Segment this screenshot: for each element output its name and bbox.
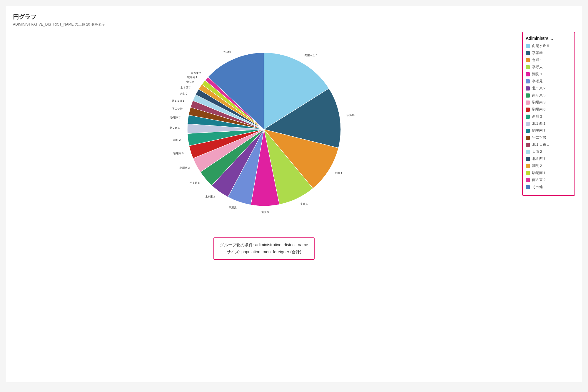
legend-item: 駒場南６ xyxy=(526,107,572,112)
legend-color-swatch xyxy=(526,136,530,140)
chart-subtitle: ADIMINISTRATIVE_DISTRICT_NAME の上位 20 個を表… xyxy=(13,22,575,27)
legend-label: 駒場南３ xyxy=(532,100,546,105)
pie-label: 潮見２ xyxy=(186,81,194,83)
legend-item: 字藻琴 xyxy=(526,51,572,56)
legend-item: 北２西１ xyxy=(526,121,572,126)
pie-label: 駒場南１ xyxy=(187,76,198,79)
pie-wrapper: 向陽ヶ丘５字藻琴台町１字呼人潮見９字潮見北５東２南８東５駒場南３駒場南６新町２北… xyxy=(13,32,515,260)
chart-area: 向陽ヶ丘５字藻琴台町１字呼人潮見９字潮見北５東２南８東５駒場南３駒場南６新町２北… xyxy=(13,32,575,375)
info-line2: サイズ: population_men_foreigner (合計) xyxy=(227,249,301,254)
legend-item: 大曲２ xyxy=(526,149,572,154)
legend-label: 大曲２ xyxy=(532,149,543,154)
pie-label: 駒場南７ xyxy=(170,116,181,119)
legend-item: 南８東２ xyxy=(526,177,572,182)
legend-label: 駒場南７ xyxy=(532,128,546,133)
pie-label: 大曲２ xyxy=(180,92,188,95)
info-box-text: グループ化の条件: adiministrative_district_name … xyxy=(220,242,308,256)
legend-item: 向陽ヶ丘５ xyxy=(526,43,572,48)
pie-label: 北５東２ xyxy=(205,195,216,198)
legend-label: その他 xyxy=(532,185,543,190)
pie-chart: 向陽ヶ丘５字藻琴台町１字呼人潮見９字潮見北５東２南８東５駒場南３駒場南６新町２北… xyxy=(164,32,364,232)
legend-item: 駒場南７ xyxy=(526,128,572,133)
legend-color-swatch xyxy=(526,86,530,91)
legend-item: 新町２ xyxy=(526,114,572,119)
legend-label: 字藻琴 xyxy=(532,51,543,56)
pie-label: 北２西１ xyxy=(170,126,180,129)
legend-item: 台町１ xyxy=(526,58,572,63)
legend-color-swatch xyxy=(526,44,530,48)
pie-label: 北１１東１ xyxy=(172,99,185,102)
legend-item: 字二ツ岩 xyxy=(526,135,572,140)
info-box: グループ化の条件: adiministrative_district_name … xyxy=(213,237,315,260)
pie-label: 北５西７ xyxy=(181,86,191,89)
legend-color-swatch xyxy=(526,157,530,161)
legend-label: 南８東２ xyxy=(532,177,546,182)
legend-label: 潮見９ xyxy=(532,72,543,77)
legend-label: 北５西７ xyxy=(532,156,546,161)
legend-item: 字潮見 xyxy=(526,79,572,84)
legend-color-swatch xyxy=(526,93,530,98)
legend-color-swatch xyxy=(526,164,530,168)
pie-label: 字呼人 xyxy=(300,202,308,205)
legend-item: 南８東５ xyxy=(526,93,572,98)
legend-label: 台町１ xyxy=(532,58,543,63)
legend-label: 北５東２ xyxy=(532,86,546,91)
pie-label: 駒場南３ xyxy=(179,166,190,169)
legend-item: 北５西７ xyxy=(526,156,572,161)
legend-label: 向陽ヶ丘５ xyxy=(532,43,550,48)
legend-label: 駒場南１ xyxy=(532,170,546,175)
pie-label: 南８東２ xyxy=(191,72,201,75)
pie-label: 向陽ヶ丘５ xyxy=(305,54,318,57)
legend-items: 向陽ヶ丘５ 字藻琴 台町１ 字呼人 潮見９ 字潮見 北５東２ 南８東５ 駒場南３ xyxy=(526,43,572,190)
legend-item: その他 xyxy=(526,185,572,190)
legend-label: 潮見２ xyxy=(532,163,543,168)
pie-label: その他 xyxy=(223,50,231,53)
legend-item: 北１１東１ xyxy=(526,142,572,147)
legend-item: 潮見２ xyxy=(526,163,572,168)
legend-title: Adiministra ... xyxy=(526,36,572,41)
legend-color-swatch xyxy=(526,122,530,126)
legend-label: 南８東５ xyxy=(532,93,546,98)
legend-item: 駒場南３ xyxy=(526,100,572,105)
legend-color-swatch xyxy=(526,171,530,175)
legend-color-swatch xyxy=(526,150,530,154)
legend-item: 潮見９ xyxy=(526,72,572,77)
legend-label: 字潮見 xyxy=(532,79,543,84)
legend-item: 北５東２ xyxy=(526,86,572,91)
pie-label: 南８東５ xyxy=(190,181,200,184)
legend-item: 字呼人 xyxy=(526,65,572,70)
legend-color-swatch xyxy=(526,129,530,133)
legend-label: 字二ツ岩 xyxy=(532,135,546,140)
legend-color-swatch xyxy=(526,143,530,147)
legend-color-swatch xyxy=(526,79,530,83)
pie-label: 潮見９ xyxy=(261,211,269,214)
pie-label: 新町２ xyxy=(173,138,181,141)
legend-color-swatch xyxy=(526,65,530,69)
pie-label: 字二ツ岩 xyxy=(172,107,183,110)
legend-label: 北２西１ xyxy=(532,121,546,126)
info-line1: グループ化の条件: adiministrative_district_name xyxy=(220,242,308,247)
legend-color-swatch xyxy=(526,178,530,182)
legend-label: 新町２ xyxy=(532,114,543,119)
legend-item: 駒場南１ xyxy=(526,170,572,175)
chart-title: 円グラフ xyxy=(13,13,575,21)
legend-color-swatch xyxy=(526,185,530,189)
legend-label: 駒場南６ xyxy=(532,107,546,112)
legend-color-swatch xyxy=(526,100,530,105)
legend-color-swatch xyxy=(526,58,530,62)
legend-color-swatch xyxy=(526,72,530,76)
pie-label: 字潮見 xyxy=(229,206,237,209)
legend-color-swatch xyxy=(526,115,530,119)
legend-label: 北１１東１ xyxy=(532,142,550,147)
legend-color-swatch xyxy=(526,51,530,55)
pie-label: 台町１ xyxy=(335,172,343,175)
pie-label: 字藻琴 xyxy=(347,114,355,117)
legend-panel: Adiministra ... 向陽ヶ丘５ 字藻琴 台町１ 字呼人 潮見９ 字潮… xyxy=(522,32,575,196)
legend-color-swatch xyxy=(526,108,530,112)
main-container: 円グラフ ADIMINISTRATIVE_DISTRICT_NAME の上位 2… xyxy=(6,6,582,382)
legend-label: 字呼人 xyxy=(532,65,543,70)
pie-label: 駒場南６ xyxy=(173,152,184,155)
